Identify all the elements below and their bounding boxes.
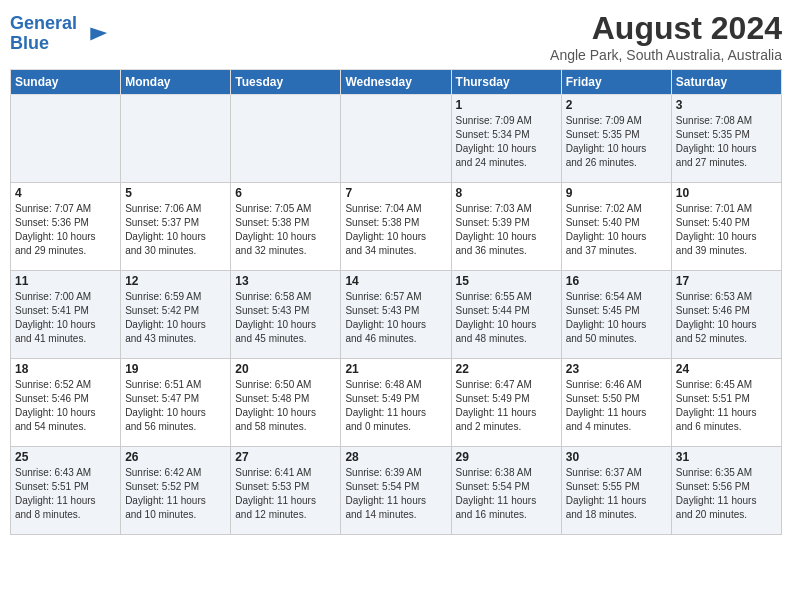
- calendar-week-2: 4Sunrise: 7:07 AMSunset: 5:36 PMDaylight…: [11, 183, 782, 271]
- day-info: Sunrise: 7:00 AMSunset: 5:41 PMDaylight:…: [15, 290, 116, 346]
- calendar-week-3: 11Sunrise: 7:00 AMSunset: 5:41 PMDayligh…: [11, 271, 782, 359]
- day-number: 29: [456, 450, 557, 464]
- day-info: Sunrise: 7:09 AMSunset: 5:35 PMDaylight:…: [566, 114, 667, 170]
- day-info: Sunrise: 7:07 AMSunset: 5:36 PMDaylight:…: [15, 202, 116, 258]
- day-info: Sunrise: 6:35 AMSunset: 5:56 PMDaylight:…: [676, 466, 777, 522]
- calendar-body: 1Sunrise: 7:09 AMSunset: 5:34 PMDaylight…: [11, 95, 782, 535]
- calendar-week-1: 1Sunrise: 7:09 AMSunset: 5:34 PMDaylight…: [11, 95, 782, 183]
- day-info: Sunrise: 6:46 AMSunset: 5:50 PMDaylight:…: [566, 378, 667, 434]
- calendar-cell: 16Sunrise: 6:54 AMSunset: 5:45 PMDayligh…: [561, 271, 671, 359]
- day-info: Sunrise: 7:09 AMSunset: 5:34 PMDaylight:…: [456, 114, 557, 170]
- calendar-cell: 18Sunrise: 6:52 AMSunset: 5:46 PMDayligh…: [11, 359, 121, 447]
- calendar-cell: 7Sunrise: 7:04 AMSunset: 5:38 PMDaylight…: [341, 183, 451, 271]
- day-number: 10: [676, 186, 777, 200]
- calendar-cell: 8Sunrise: 7:03 AMSunset: 5:39 PMDaylight…: [451, 183, 561, 271]
- logo-icon: [81, 20, 109, 48]
- day-number: 15: [456, 274, 557, 288]
- day-info: Sunrise: 7:02 AMSunset: 5:40 PMDaylight:…: [566, 202, 667, 258]
- day-number: 24: [676, 362, 777, 376]
- calendar-cell: 21Sunrise: 6:48 AMSunset: 5:49 PMDayligh…: [341, 359, 451, 447]
- header-row: SundayMondayTuesdayWednesdayThursdayFrid…: [11, 70, 782, 95]
- day-number: 1: [456, 98, 557, 112]
- calendar-cell: [121, 95, 231, 183]
- calendar-cell: 5Sunrise: 7:06 AMSunset: 5:37 PMDaylight…: [121, 183, 231, 271]
- day-info: Sunrise: 7:08 AMSunset: 5:35 PMDaylight:…: [676, 114, 777, 170]
- day-number: 2: [566, 98, 667, 112]
- day-number: 12: [125, 274, 226, 288]
- day-info: Sunrise: 6:55 AMSunset: 5:44 PMDaylight:…: [456, 290, 557, 346]
- day-info: Sunrise: 7:03 AMSunset: 5:39 PMDaylight:…: [456, 202, 557, 258]
- day-header-wednesday: Wednesday: [341, 70, 451, 95]
- subtitle: Angle Park, South Australia, Australia: [550, 47, 782, 63]
- day-number: 21: [345, 362, 446, 376]
- day-number: 5: [125, 186, 226, 200]
- calendar-table: SundayMondayTuesdayWednesdayThursdayFrid…: [10, 69, 782, 535]
- day-info: Sunrise: 7:04 AMSunset: 5:38 PMDaylight:…: [345, 202, 446, 258]
- day-number: 14: [345, 274, 446, 288]
- calendar-cell: 17Sunrise: 6:53 AMSunset: 5:46 PMDayligh…: [671, 271, 781, 359]
- day-info: Sunrise: 6:42 AMSunset: 5:52 PMDaylight:…: [125, 466, 226, 522]
- title-block: August 2024 Angle Park, South Australia,…: [550, 10, 782, 63]
- calendar-cell: 2Sunrise: 7:09 AMSunset: 5:35 PMDaylight…: [561, 95, 671, 183]
- logo: General Blue: [10, 14, 109, 54]
- calendar-cell: 14Sunrise: 6:57 AMSunset: 5:43 PMDayligh…: [341, 271, 451, 359]
- calendar-cell: 9Sunrise: 7:02 AMSunset: 5:40 PMDaylight…: [561, 183, 671, 271]
- calendar-cell: 28Sunrise: 6:39 AMSunset: 5:54 PMDayligh…: [341, 447, 451, 535]
- day-header-thursday: Thursday: [451, 70, 561, 95]
- calendar-cell: [11, 95, 121, 183]
- day-header-friday: Friday: [561, 70, 671, 95]
- day-number: 20: [235, 362, 336, 376]
- day-number: 26: [125, 450, 226, 464]
- day-number: 25: [15, 450, 116, 464]
- logo-text: General Blue: [10, 14, 77, 54]
- day-info: Sunrise: 6:39 AMSunset: 5:54 PMDaylight:…: [345, 466, 446, 522]
- calendar-cell: 19Sunrise: 6:51 AMSunset: 5:47 PMDayligh…: [121, 359, 231, 447]
- calendar-cell: [341, 95, 451, 183]
- day-number: 19: [125, 362, 226, 376]
- calendar-cell: 6Sunrise: 7:05 AMSunset: 5:38 PMDaylight…: [231, 183, 341, 271]
- calendar-cell: 15Sunrise: 6:55 AMSunset: 5:44 PMDayligh…: [451, 271, 561, 359]
- day-info: Sunrise: 7:01 AMSunset: 5:40 PMDaylight:…: [676, 202, 777, 258]
- day-number: 9: [566, 186, 667, 200]
- day-info: Sunrise: 6:37 AMSunset: 5:55 PMDaylight:…: [566, 466, 667, 522]
- calendar-cell: 23Sunrise: 6:46 AMSunset: 5:50 PMDayligh…: [561, 359, 671, 447]
- day-number: 13: [235, 274, 336, 288]
- day-number: 8: [456, 186, 557, 200]
- day-number: 27: [235, 450, 336, 464]
- calendar-cell: 3Sunrise: 7:08 AMSunset: 5:35 PMDaylight…: [671, 95, 781, 183]
- calendar-cell: [231, 95, 341, 183]
- day-number: 31: [676, 450, 777, 464]
- calendar-cell: 13Sunrise: 6:58 AMSunset: 5:43 PMDayligh…: [231, 271, 341, 359]
- day-info: Sunrise: 6:47 AMSunset: 5:49 PMDaylight:…: [456, 378, 557, 434]
- day-header-monday: Monday: [121, 70, 231, 95]
- calendar-week-4: 18Sunrise: 6:52 AMSunset: 5:46 PMDayligh…: [11, 359, 782, 447]
- day-info: Sunrise: 6:50 AMSunset: 5:48 PMDaylight:…: [235, 378, 336, 434]
- day-info: Sunrise: 6:53 AMSunset: 5:46 PMDaylight:…: [676, 290, 777, 346]
- calendar-cell: 10Sunrise: 7:01 AMSunset: 5:40 PMDayligh…: [671, 183, 781, 271]
- calendar-week-5: 25Sunrise: 6:43 AMSunset: 5:51 PMDayligh…: [11, 447, 782, 535]
- day-number: 30: [566, 450, 667, 464]
- day-number: 23: [566, 362, 667, 376]
- calendar-cell: 26Sunrise: 6:42 AMSunset: 5:52 PMDayligh…: [121, 447, 231, 535]
- day-info: Sunrise: 7:05 AMSunset: 5:38 PMDaylight:…: [235, 202, 336, 258]
- calendar-header: SundayMondayTuesdayWednesdayThursdayFrid…: [11, 70, 782, 95]
- calendar-cell: 4Sunrise: 7:07 AMSunset: 5:36 PMDaylight…: [11, 183, 121, 271]
- day-number: 28: [345, 450, 446, 464]
- day-info: Sunrise: 6:59 AMSunset: 5:42 PMDaylight:…: [125, 290, 226, 346]
- day-info: Sunrise: 6:43 AMSunset: 5:51 PMDaylight:…: [15, 466, 116, 522]
- day-info: Sunrise: 6:41 AMSunset: 5:53 PMDaylight:…: [235, 466, 336, 522]
- calendar-cell: 27Sunrise: 6:41 AMSunset: 5:53 PMDayligh…: [231, 447, 341, 535]
- calendar-cell: 29Sunrise: 6:38 AMSunset: 5:54 PMDayligh…: [451, 447, 561, 535]
- day-info: Sunrise: 6:58 AMSunset: 5:43 PMDaylight:…: [235, 290, 336, 346]
- day-number: 18: [15, 362, 116, 376]
- day-info: Sunrise: 6:45 AMSunset: 5:51 PMDaylight:…: [676, 378, 777, 434]
- day-number: 4: [15, 186, 116, 200]
- day-info: Sunrise: 6:48 AMSunset: 5:49 PMDaylight:…: [345, 378, 446, 434]
- day-header-tuesday: Tuesday: [231, 70, 341, 95]
- calendar-cell: 24Sunrise: 6:45 AMSunset: 5:51 PMDayligh…: [671, 359, 781, 447]
- day-number: 16: [566, 274, 667, 288]
- calendar-cell: 1Sunrise: 7:09 AMSunset: 5:34 PMDaylight…: [451, 95, 561, 183]
- day-number: 17: [676, 274, 777, 288]
- day-info: Sunrise: 6:52 AMSunset: 5:46 PMDaylight:…: [15, 378, 116, 434]
- day-info: Sunrise: 6:57 AMSunset: 5:43 PMDaylight:…: [345, 290, 446, 346]
